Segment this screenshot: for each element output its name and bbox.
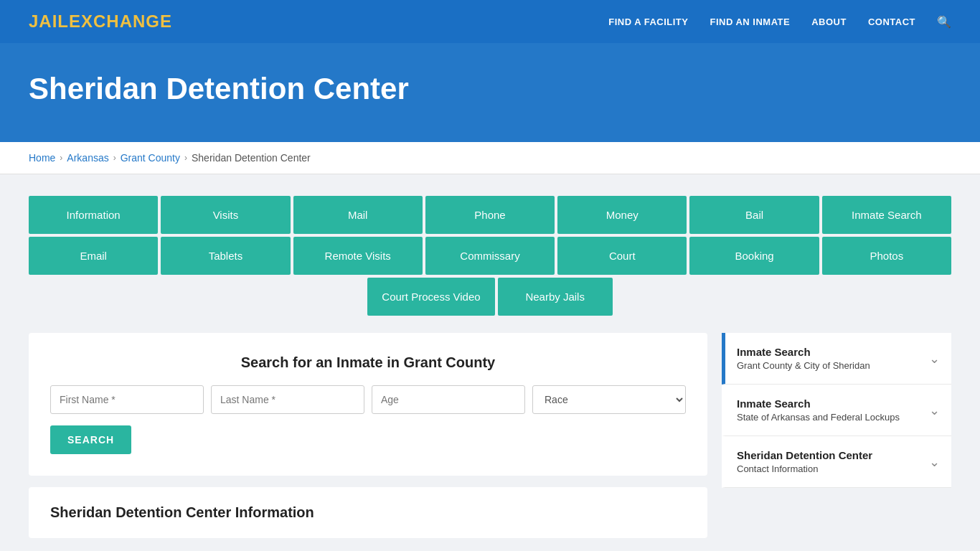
btn-mail[interactable]: Mail — [293, 196, 423, 234]
site-logo[interactable]: JAILEXCHANGE — [29, 11, 172, 32]
sidebar-item-title-2: Inmate Search — [737, 397, 900, 410]
btn-tablets[interactable]: Tablets — [161, 237, 290, 275]
chevron-down-icon-2: ⌄ — [929, 402, 940, 418]
btn-court-process-video[interactable]: Court Process Video — [367, 278, 494, 316]
btn-commissary[interactable]: Commissary — [425, 237, 555, 275]
breadcrumb-home[interactable]: Home — [29, 152, 55, 164]
breadcrumb: Home › Arkansas › Grant County › Sherida… — [0, 142, 980, 174]
nav-contact[interactable]: CONTACT — [868, 17, 915, 27]
first-name-input[interactable] — [50, 385, 204, 414]
chevron-down-icon-1: ⌄ — [929, 351, 940, 367]
search-fields: Race White Black Hispanic Asian Other — [50, 385, 686, 414]
btn-money[interactable]: Money — [557, 196, 687, 234]
nav-buttons-row1: Information Visits Mail Phone Money Bail… — [29, 196, 951, 234]
btn-inmate-search[interactable]: Inmate Search — [822, 196, 951, 234]
nav-find-inmate[interactable]: FIND AN INMATE — [710, 17, 790, 27]
btn-photos[interactable]: Photos — [822, 237, 951, 275]
info-section-title: Sheridan Detention Center Information — [50, 504, 686, 521]
content-area: Information Visits Mail Phone Money Bail… — [0, 174, 980, 551]
btn-visits[interactable]: Visits — [161, 196, 290, 234]
breadcrumb-current: Sheridan Detention Center — [192, 152, 311, 164]
nav-about[interactable]: ABOUT — [811, 17, 847, 27]
search-button[interactable]: SEARCH — [50, 425, 131, 454]
search-title: Search for an Inmate in Grant County — [50, 354, 686, 371]
logo-exchange: EXCHANGE — [69, 11, 172, 31]
btn-bail[interactable]: Bail — [689, 196, 819, 234]
nav-buttons-row3: Court Process Video Nearby Jails — [29, 278, 951, 316]
btn-phone[interactable]: Phone — [425, 196, 555, 234]
sidebar-item-text-3: Sheridan Detention Center Contact Inform… — [737, 449, 872, 474]
search-box: Search for an Inmate in Grant County Rac… — [29, 333, 707, 476]
site-header: JAILEXCHANGE FIND A FACILITY FIND AN INM… — [0, 0, 980, 43]
btn-information[interactable]: Information — [29, 196, 158, 234]
main-nav: FIND A FACILITY FIND AN INMATE ABOUT CON… — [608, 15, 951, 29]
race-select[interactable]: Race White Black Hispanic Asian Other — [532, 385, 686, 414]
hero-section: Sheridan Detention Center — [0, 43, 980, 142]
sidebar-item-subtitle-3: Contact Information — [737, 463, 872, 474]
sidebar-item-text-2: Inmate Search State of Arkansas and Fede… — [737, 397, 900, 423]
breadcrumb-sep-2: › — [113, 153, 116, 163]
last-name-input[interactable] — [211, 385, 364, 414]
info-section: Sheridan Detention Center Information — [29, 487, 707, 538]
sidebar-item-subtitle-2: State of Arkansas and Federal Lockups — [737, 412, 900, 423]
nav-buttons-row2: Email Tablets Remote Visits Commissary C… — [29, 237, 951, 275]
sidebar-item-contact-info[interactable]: Sheridan Detention Center Contact Inform… — [722, 436, 951, 488]
btn-email[interactable]: Email — [29, 237, 158, 275]
left-column: Search for an Inmate in Grant County Rac… — [29, 333, 707, 538]
sidebar-item-title-1: Inmate Search — [737, 346, 870, 358]
sidebar: Inmate Search Grant County & City of She… — [722, 333, 951, 488]
page-title: Sheridan Detention Center — [29, 72, 951, 106]
logo-jail: JAIL — [29, 11, 69, 31]
breadcrumb-arkansas[interactable]: Arkansas — [67, 152, 108, 164]
nav-find-facility[interactable]: FIND A FACILITY — [608, 17, 688, 27]
btn-court[interactable]: Court — [557, 237, 687, 275]
btn-nearby-jails[interactable]: Nearby Jails — [498, 278, 613, 316]
main-columns: Search for an Inmate in Grant County Rac… — [29, 333, 951, 538]
sidebar-item-inmate-search-local[interactable]: Inmate Search Grant County & City of She… — [722, 333, 951, 385]
breadcrumb-grant-county[interactable]: Grant County — [121, 152, 180, 164]
breadcrumb-sep-1: › — [60, 153, 62, 163]
search-icon[interactable]: 🔍 — [937, 15, 951, 29]
breadcrumb-sep-3: › — [184, 153, 187, 163]
sidebar-item-inmate-search-state[interactable]: Inmate Search State of Arkansas and Fede… — [722, 385, 951, 436]
sidebar-item-text-1: Inmate Search Grant County & City of She… — [737, 346, 870, 371]
btn-remote-visits[interactable]: Remote Visits — [293, 237, 423, 275]
sidebar-item-title-3: Sheridan Detention Center — [737, 449, 872, 461]
chevron-down-icon-3: ⌄ — [929, 454, 940, 470]
btn-booking[interactable]: Booking — [689, 237, 819, 275]
sidebar-item-subtitle-1: Grant County & City of Sheridan — [737, 360, 870, 371]
age-input[interactable] — [372, 385, 525, 414]
